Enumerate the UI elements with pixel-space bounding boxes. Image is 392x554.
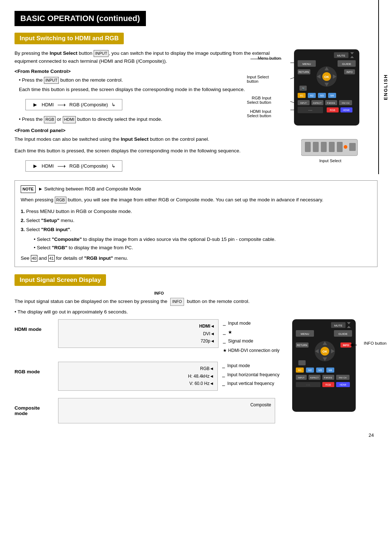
svg-text:P.MODE: P.MODE [327, 102, 335, 104]
svg-rect-50 [313, 142, 319, 152]
signal-body-1: The input signal status can be displayed… [15, 297, 377, 305]
rgb-ann2-arrow: ⎯ [222, 371, 225, 379]
svg-text:RGB: RGB [330, 109, 335, 111]
ref-40: 40 [31, 255, 37, 262]
svg-text:GUIDE: GUIDE [342, 62, 351, 66]
section-input-switching: Input Switching to HDMI and RGB By press… [15, 33, 377, 267]
hdmi-mode-content: HDMI◄ DVI◄ 720p◄ [58, 319, 219, 348]
note-para1: When pressing RGB button, you will see t… [21, 196, 371, 204]
svg-text:OK: OK [324, 75, 329, 79]
info-button-inline: INFO [170, 298, 184, 306]
menu-button-label: Menu button [258, 56, 281, 60]
section2-header: Input Signal Screen Display [15, 274, 106, 286]
hdmi-btn-1: HDMI [63, 116, 76, 123]
modes-left-col: HDMI mode HDMI◄ DVI◄ 720p◄ [15, 319, 279, 430]
hdmi-display-inner: HDMI◄ DVI◄ 720p◄ [199, 323, 215, 345]
note-box: NOTE ► Switching between RGB and Composi… [15, 180, 377, 267]
svg-line-46 [290, 100, 294, 103]
hdmi-annotations: ⎯ Input mode ⎯ ★ ⎯ Signal mode ★ HDMI- [219, 319, 279, 354]
svg-text:M3: M3 [318, 369, 322, 372]
hdmi-mode-label: HDMI mode [15, 319, 58, 332]
hdmi-display-box: HDMI◄ DVI◄ 720p◄ [58, 319, 219, 348]
section-input-signal: Input Signal Screen Display INFO The inp… [15, 274, 377, 430]
main-title: BASIC OPERATION (continued) [15, 11, 146, 26]
info-label-above: INFO [154, 291, 164, 295]
svg-text:INFO: INFO [347, 71, 353, 73]
svg-rect-77 [298, 360, 306, 365]
from-control-header: <From Control panel> [15, 128, 276, 133]
svg-rect-51 [321, 142, 327, 152]
remote-info-wrapper: MUTE MENU GUIDE OK [290, 319, 359, 415]
hdmi-ann3-text: Signal mode [228, 337, 253, 345]
rgb-btn-1: RGB [44, 116, 56, 123]
arrow-loop-2: ↳ [111, 163, 115, 169]
info-button-label: INFO button [364, 341, 387, 345]
rgb-ann1: ⎯ Input mode [222, 362, 279, 370]
note-heading: NOTE ► Switching between RGB and Composi… [21, 185, 371, 193]
rgb-ann3: ⎯ Input vertical frequency [222, 379, 279, 388]
hdmi-ann3-arrow: ⎯ [223, 337, 226, 345]
input-select-label-remote: Input Selectbutton [247, 75, 269, 83]
language-label: ENGLISH [383, 74, 388, 100]
arrow-4: ⟶ [57, 163, 66, 169]
svg-text:ASPECT: ASPECT [313, 102, 322, 104]
composite-mode-label: Compositemode [15, 398, 58, 416]
svg-point-54 [344, 145, 347, 149]
hdmi-line1: HDMI◄ [199, 323, 215, 330]
section1-body: By pressing the Input Select button INPU… [15, 49, 276, 65]
svg-text:M1: M1 [298, 369, 302, 372]
section1-header: Input Switching to HDMI and RGB [15, 33, 124, 44]
from-remote-header: <From Remote Control> [15, 69, 276, 74]
svg-text:RETURN: RETURN [298, 71, 309, 73]
svg-text:P.MODE: P.MODE [324, 377, 332, 379]
page-number: 24 [369, 432, 374, 438]
svg-text:MENU: MENU [302, 62, 311, 66]
see-reference: See 40 and 41 for details of "RGB input"… [21, 254, 371, 263]
control-panel-svg [301, 138, 359, 157]
rgb-ann2-text: Input horizontal frequency [227, 371, 279, 379]
svg-text:MUTE: MUTE [337, 54, 346, 57]
signal-body-2: • The display will go out in approximate… [15, 308, 377, 316]
input-select-label-panel: Input Select [301, 159, 359, 163]
hdmi-line2: DVI◄ [199, 330, 215, 337]
input-btn-inline: INPUT [94, 50, 109, 57]
svg-text:M2: M2 [310, 94, 314, 97]
remote-illustration-area: Menu button Input Selectbutton RGB Input… [283, 49, 377, 174]
control-text-1: The Input modes can also be switched usi… [15, 135, 276, 143]
rgb-display-inner: RGB◄ H: 48.4kHz◄ V: 60.0 Hz◄ [188, 365, 214, 387]
svg-text:• • •: • • • [306, 384, 310, 386]
modes-right-col: MUTE MENU GUIDE OK [290, 319, 377, 430]
rgb-line3: V: 60.0 Hz◄ [188, 380, 214, 387]
section1-content: By pressing the Input Select button INPU… [15, 49, 276, 174]
step2: 2. Select "Setup" menu. [21, 217, 371, 225]
rgb-ann3-arrow: ⎯ [222, 379, 225, 388]
svg-text:M3: M3 [320, 94, 324, 97]
step1: 1. Press MENU button in RGB or Composite… [21, 208, 371, 216]
hdmi-ann4: ★ HDMI-DVI connection only [223, 347, 279, 355]
svg-text:• • •: • • • [309, 109, 312, 111]
arrow-loop-1: ↳ [111, 102, 115, 107]
seq-rgb-1: RGB (/Composite) [69, 102, 108, 107]
svg-rect-52 [329, 142, 335, 152]
rgb-input-label: RGB InputSelect button [247, 96, 271, 104]
composite-mode-row: Compositemode Composite [15, 398, 279, 423]
rgb-line1: RGB◄ [188, 365, 214, 372]
svg-text:FAV CH: FAV CH [339, 377, 346, 379]
remote-control-with-labels: Menu button Input Selectbutton RGB Input… [290, 49, 370, 130]
svg-text:MUTE: MUTE [334, 324, 343, 327]
bullet-remote-2: Press the RGB or HDMI button to directly… [15, 115, 276, 123]
ref-41: 41 [48, 255, 55, 262]
modes-container: HDMI mode HDMI◄ DVI◄ 720p◄ [15, 319, 377, 430]
svg-text:INFO: INFO [343, 344, 349, 346]
svg-text:RGB: RGB [325, 383, 331, 386]
rgb-mode-content: RGB◄ H: 48.4kHz◄ V: 60.0 Hz◄ [58, 362, 218, 390]
input-btn-1: INPUT [44, 77, 59, 84]
step3: 3. Select "RGB input". [21, 226, 371, 234]
sequence-diagram-1: ► HDMI ⟶ RGB (/Composite) ↳ [25, 99, 122, 110]
remote-info-svg: MUTE MENU GUIDE OK [290, 319, 359, 414]
rgb-btn-note: RGB [55, 197, 66, 204]
note-title: Switching between RGB and Composite Mode [44, 186, 141, 192]
svg-text:GUIDE: GUIDE [338, 332, 347, 336]
svg-line-45 [290, 78, 294, 81]
rgb-ann3-text: Input vertical frequency [227, 379, 274, 388]
